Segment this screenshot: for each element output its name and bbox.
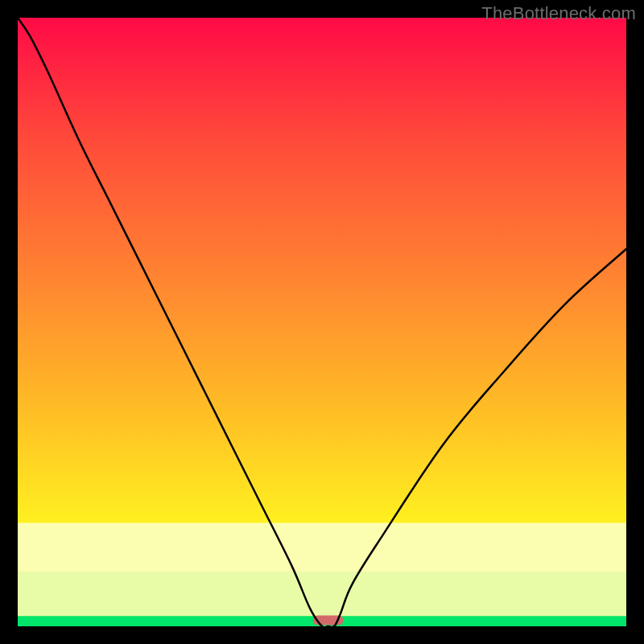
pale-yellow-band <box>18 522 626 571</box>
plot-area <box>18 18 626 626</box>
bottom-bands <box>18 522 626 626</box>
pale-green-band <box>18 572 626 616</box>
watermark-text: TheBottleneck.com <box>481 3 636 24</box>
chart-frame: TheBottleneck.com <box>0 0 644 644</box>
plot-svg <box>18 18 626 626</box>
